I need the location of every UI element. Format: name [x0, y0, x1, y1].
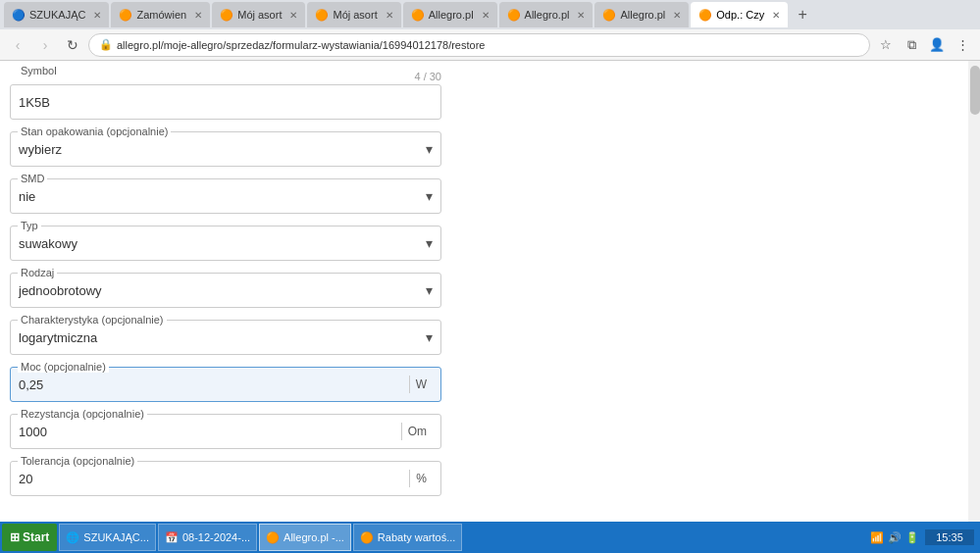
smd-value: nie — [19, 189, 426, 204]
tab-7[interactable]: 🟠 Allegro.pl ✕ — [594, 2, 689, 27]
field-rezystancja: Rezystancja (opcjonalnie) Om — [10, 414, 441, 449]
refresh-button[interactable]: ↻ — [61, 33, 84, 57]
charakterystyka-label: Charakterystyka (opcjonalnie) — [18, 314, 167, 326]
field-rodzaj: Rodzaj jednoobrotowy ▾ — [10, 273, 441, 308]
field-smd: SMD nie ▾ — [10, 178, 441, 214]
menu-button[interactable]: ⋮ — [951, 33, 974, 57]
taskbar-btn-2-icon: 📅 — [165, 531, 179, 544]
tab-2[interactable]: 🟠 Zamówien ✕ — [111, 2, 210, 27]
address-text: allegro.pl/moje-allegro/sprzedaz/formula… — [117, 39, 485, 51]
taskbar-btn-2-label: 08-12-2024-... — [182, 531, 250, 543]
moc-unit: W — [409, 376, 433, 393]
tab-8-label: Odp.: Czy — [716, 9, 764, 21]
start-icon: ⊞ — [10, 530, 20, 544]
tab-5[interactable]: 🟠 Allegro.pl ✕ — [403, 2, 497, 27]
tab-7-label: Allegro.pl — [620, 9, 665, 21]
tab-6-close[interactable]: ✕ — [577, 10, 585, 21]
scrollbar-thumb[interactable] — [970, 66, 980, 115]
taskbar-btn-4-icon: 🟠 — [360, 531, 374, 544]
new-tab-button[interactable]: + — [790, 2, 815, 27]
taskbar-btn-3-label: Allegro.pl -... — [284, 531, 344, 543]
taskbar-button-3[interactable]: 🟠 Allegro.pl -... — [259, 524, 351, 551]
tab-5-label: Allegro.pl — [429, 9, 474, 21]
tab-6-favicon: 🟠 — [507, 9, 521, 22]
rodzaj-select[interactable]: jednoobrotowy ▾ — [10, 273, 441, 308]
taskbar-button-2[interactable]: 📅 08-12-2024-... — [158, 524, 257, 551]
rezystancja-label: Rezystancja (opcjonalnie) — [18, 408, 147, 420]
tab-2-close[interactable]: ✕ — [194, 10, 202, 21]
tab-2-label: Zamówien — [136, 9, 186, 21]
typ-value: suwakowy — [19, 236, 426, 251]
moc-input[interactable] — [19, 377, 405, 392]
taskbar-btn-4-label: Rabaty wartoś... — [378, 531, 455, 543]
tab-6-label: Allegro.pl — [525, 9, 570, 21]
field-stan: Stan opakowania (opcjonalnie) wybierz ▾ — [10, 131, 441, 167]
field-moc: Moc (opcjonalnie) W — [10, 367, 441, 402]
tab-5-favicon: 🟠 — [411, 9, 425, 22]
lock-icon: 🔒 — [99, 38, 113, 51]
page-content: 4 / 30 Symbol 1K5B Stan opakowania (opcj… — [0, 61, 980, 522]
taskbar-button-1[interactable]: 🌐 SZUKAJĄC... — [59, 524, 156, 551]
moc-label: Moc (opcjonalnie) — [18, 361, 109, 373]
taskbar-clock: 15:35 — [925, 529, 974, 545]
tab-4[interactable]: 🟠 Mój asort ✕ — [307, 2, 400, 27]
taskbar-btn-1-label: SZUKAJĄC... — [83, 531, 149, 543]
nav-bar: ‹ › ↻ 🔒 allegro.pl/moje-allegro/sprzedaz… — [0, 29, 980, 61]
tray-volume-icon: 🔊 — [888, 531, 902, 544]
tab-2-favicon: 🟠 — [119, 9, 132, 22]
scrollbar[interactable] — [968, 61, 980, 522]
field-typ: Typ suwakowy ▾ — [10, 226, 441, 261]
tab-8-close[interactable]: ✕ — [772, 10, 780, 21]
tab-8[interactable]: 🟠 Odp.: Czy ✕ — [691, 2, 788, 27]
forward-button[interactable]: › — [33, 33, 57, 57]
rodzaj-label: Rodzaj — [18, 267, 57, 278]
tab-7-close[interactable]: ✕ — [673, 10, 681, 21]
tab-4-close[interactable]: ✕ — [386, 10, 393, 21]
taskbar: ⊞ Start 🌐 SZUKAJĄC... 📅 08-12-2024-... 🟠… — [0, 522, 980, 553]
typ-label: Typ — [18, 220, 41, 231]
rezystancja-unit: Om — [401, 423, 433, 440]
charakterystyka-arrow: ▾ — [426, 329, 433, 345]
stan-label: Stan opakowania (opcjonalnie) — [18, 126, 171, 137]
back-button[interactable]: ‹ — [6, 33, 29, 57]
symbol-label: Symbol — [18, 65, 60, 76]
taskbar-btn-3-icon: 🟠 — [266, 531, 280, 544]
taskbar-button-4[interactable]: 🟠 Rabaty wartoś... — [353, 524, 462, 551]
smd-label: SMD — [18, 173, 47, 184]
stan-value: wybierz — [19, 142, 426, 157]
start-button[interactable]: ⊞ Start — [2, 524, 57, 551]
systray: 📶 🔊 🔋 — [870, 531, 919, 544]
tab-1-label: SZUKAJĄC — [29, 9, 85, 21]
tab-6[interactable]: 🟠 Allegro.pl ✕ — [499, 2, 593, 27]
tab-bar: 🔵 SZUKAJĄC ✕ 🟠 Zamówien ✕ 🟠 Mój asort ✕ … — [0, 0, 980, 29]
tab-1[interactable]: 🔵 SZUKAJĄC ✕ — [4, 2, 109, 27]
tray-battery-icon: 🔋 — [905, 531, 919, 544]
tab-3[interactable]: 🟠 Mój asort ✕ — [212, 2, 305, 27]
tab-1-favicon: 🔵 — [12, 9, 26, 22]
symbol-input[interactable]: 1K5B — [10, 84, 441, 120]
typ-select[interactable]: suwakowy ▾ — [10, 226, 441, 261]
rodzaj-value: jednoobrotowy — [19, 283, 426, 298]
symbol-counter: 4 / 30 — [10, 71, 441, 82]
tolerancja-input[interactable] — [19, 472, 405, 486]
smd-select[interactable]: nie ▾ — [10, 178, 441, 214]
address-bar[interactable]: 🔒 allegro.pl/moje-allegro/sprzedaz/formu… — [88, 33, 870, 57]
field-symbol: 4 / 30 Symbol 1K5B — [10, 71, 441, 120]
tab-3-label: Mój asort — [237, 9, 282, 21]
tab-4-favicon: 🟠 — [315, 9, 329, 22]
tolerancja-unit: % — [409, 470, 433, 487]
rezystancja-input[interactable] — [19, 425, 397, 439]
tab-5-close[interactable]: ✕ — [482, 10, 490, 21]
extensions-button[interactable]: ⧉ — [900, 33, 923, 57]
taskbar-btn-1-icon: 🌐 — [66, 531, 79, 544]
tab-3-close[interactable]: ✕ — [289, 10, 297, 21]
profile-button[interactable]: 👤 — [925, 33, 949, 57]
tab-7-favicon: 🟠 — [602, 9, 616, 22]
tab-1-close[interactable]: ✕ — [93, 10, 101, 21]
bookmark-button[interactable]: ☆ — [874, 33, 898, 57]
tab-3-favicon: 🟠 — [220, 9, 233, 22]
start-label: Start — [23, 530, 49, 544]
form-section: 4 / 30 Symbol 1K5B Stan opakowania (opcj… — [10, 71, 441, 496]
tab-8-favicon: 🟠 — [698, 9, 712, 22]
charakterystyka-value: logarytmiczna — [19, 330, 426, 345]
